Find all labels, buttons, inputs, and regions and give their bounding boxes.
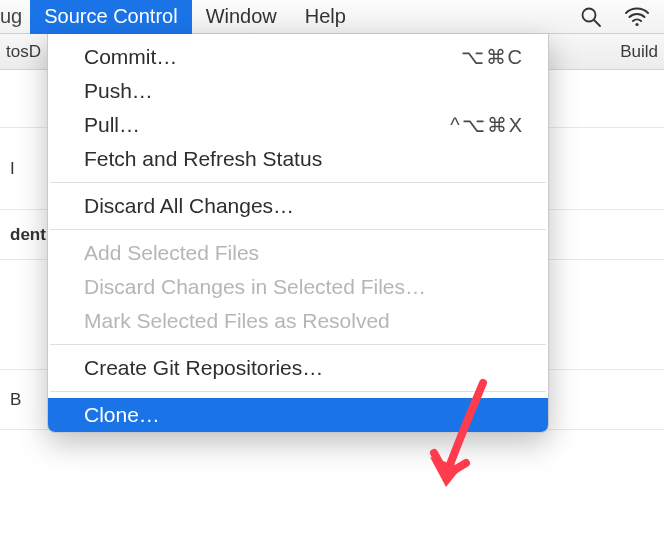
menubar: ug Source Control Window Help — [0, 0, 664, 34]
menu-item-label: Discard Changes in Selected Files… — [84, 275, 426, 299]
menu-item-mark-resolved: Mark Selected Files as Resolved — [48, 304, 548, 338]
menu-item-label: Pull… — [84, 113, 140, 137]
menu-item-shortcut: ^⌥⌘X — [450, 113, 524, 137]
menu-item-label: Mark Selected Files as Resolved — [84, 309, 390, 333]
menu-separator — [50, 344, 546, 345]
menu-item-label: Fetch and Refresh Status — [84, 147, 322, 171]
menu-separator — [50, 229, 546, 230]
menu-source-control[interactable]: Source Control — [30, 0, 191, 34]
menu-item-label: Create Git Repositories… — [84, 356, 323, 380]
menu-help[interactable]: Help — [291, 0, 360, 34]
source-control-dropdown: Commit… ⌥⌘C Push… Pull… ^⌥⌘X Fetch and R… — [47, 34, 549, 433]
menu-item-fetch[interactable]: Fetch and Refresh Status — [48, 142, 548, 176]
menu-item-label: Discard All Changes… — [84, 194, 294, 218]
menu-item-commit[interactable]: Commit… ⌥⌘C — [48, 40, 548, 74]
menu-item-create-git-repo[interactable]: Create Git Repositories… — [48, 351, 548, 385]
menubar-status-area — [580, 6, 664, 28]
menu-item-discard-selected: Discard Changes in Selected Files… — [48, 270, 548, 304]
svg-point-2 — [635, 22, 638, 25]
menu-item-label: Clone… — [84, 403, 160, 427]
menu-item-pull[interactable]: Pull… ^⌥⌘X — [48, 108, 548, 142]
search-icon[interactable] — [580, 6, 602, 28]
menu-item-clone[interactable]: Clone… — [48, 398, 548, 432]
menu-item-add-selected: Add Selected Files — [48, 236, 548, 270]
menu-item-label: Add Selected Files — [84, 241, 259, 265]
menu-item-label: Push… — [84, 79, 153, 103]
menu-separator — [50, 182, 546, 183]
wifi-icon[interactable] — [624, 7, 650, 27]
menu-item-push[interactable]: Push… — [48, 74, 548, 108]
menu-item-discard-all[interactable]: Discard All Changes… — [48, 189, 548, 223]
toolbar-partial-left: tosD — [6, 42, 41, 62]
toolbar-right-label: Build — [620, 42, 658, 62]
menu-item-shortcut: ⌥⌘C — [461, 45, 524, 69]
svg-line-1 — [594, 20, 600, 26]
menu-separator — [50, 391, 546, 392]
menubar-partial-left: ug — [0, 5, 30, 28]
menu-item-label: Commit… — [84, 45, 177, 69]
menu-window[interactable]: Window — [192, 0, 291, 34]
